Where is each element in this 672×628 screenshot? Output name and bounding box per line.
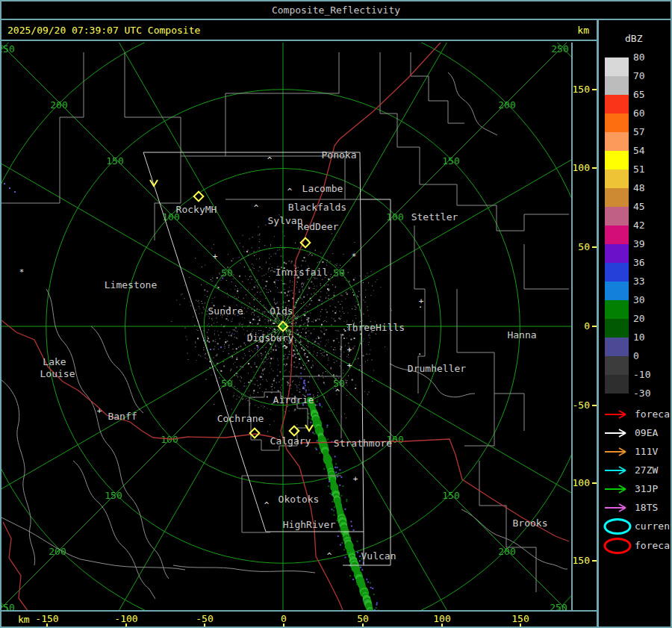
clutter-speck [268,320,269,321]
clutter-speck [290,388,291,389]
clutter-speck [233,364,234,364]
clutter-speck [254,314,255,315]
clutter-speck [312,364,313,365]
clutter-speck [272,327,273,328]
clutter-speck [256,366,258,367]
clutter-speck [208,341,210,343]
band-speck [317,440,318,441]
clutter-speck [311,300,312,301]
clutter-speck [273,321,274,322]
scale-tick-label: 57 [633,126,645,137]
small-map-marker: ^ [335,388,340,397]
clutter-speck [322,375,323,376]
clutter-speck [201,301,202,302]
clutter-speck [303,302,304,302]
clutter-speck [346,280,346,281]
clutter-speck [336,311,337,311]
clutter-speck [252,312,253,313]
clutter-speck [284,296,285,296]
band-speck [326,426,328,428]
clutter-speck [256,308,258,310]
city-label: Didsbury [247,332,294,343]
clutter-speck [356,301,357,302]
clutter-speck [197,338,199,339]
clutter-speck [296,282,297,282]
band-speck [337,520,338,521]
clutter-speck [307,362,308,363]
range-ring-label: 250 [1,43,15,55]
clutter-speck [302,364,303,364]
clutter-speck [308,306,308,307]
band-speck [339,469,340,470]
clutter-speck [256,259,257,260]
clutter-speck [233,258,234,259]
clutter-speck [287,358,288,358]
clutter-speck [281,389,281,390]
clutter-speck [258,235,258,236]
scale-tick-label: 45 [633,201,645,212]
clutter-speck [243,329,244,330]
clutter-speck [251,314,252,314]
clutter-speck [205,358,206,358]
city-label: RockyMH [176,204,217,215]
clutter-speck [260,388,261,388]
clutter-speck [261,352,262,354]
scale-tick-label: 48 [633,182,645,193]
clutter-speck [317,286,317,287]
clutter-speck [290,290,290,291]
clutter-speck [275,320,276,321]
clutter-speck [337,264,337,264]
clutter-speck [269,254,270,255]
band-speck [376,603,378,604]
clutter-speck [252,351,253,352]
clutter-speck [217,286,217,287]
clutter-speck [255,405,255,405]
scale-color-block [605,207,629,226]
clutter-speck [279,320,279,321]
clutter-speck [335,330,336,331]
band-speck [304,388,305,389]
clutter-speck [233,279,234,279]
clutter-speck [328,285,329,285]
clutter-speck [255,348,255,349]
clutter-speck [231,409,232,410]
clutter-speck [296,323,296,323]
clutter-speck [255,384,255,385]
clutter-speck [323,377,324,378]
clutter-speck [254,391,255,392]
clutter-speck [285,317,286,318]
scale-tick-label: 33 [633,276,645,287]
clutter-speck [335,314,335,314]
clutter-speck [308,387,308,388]
legend-arrow-label: 31JP [635,483,658,494]
city-label: Banff [108,411,137,422]
clutter-speck [352,379,353,381]
clutter-speck [370,338,370,338]
clutter-speck [321,324,323,326]
clutter-speck [262,316,263,317]
clutter-speck [340,319,340,320]
clutter-speck [369,392,370,393]
range-ring-label: 200 [49,546,66,557]
clutter-speck [228,353,229,354]
scale-color-block [605,338,629,356]
blue-speck [210,349,211,350]
clutter-speck [335,264,336,265]
clutter-speck [233,397,234,397]
band-speck [316,449,317,450]
clutter-speck [305,355,305,356]
clutter-speck [239,276,240,277]
radar-map-canvas[interactable]: 5010015020025050100150200250501001502002… [1,43,571,610]
clutter-speck [346,385,347,385]
clutter-speck [298,388,299,388]
clutter-speck [303,285,304,285]
clutter-speck [259,258,260,259]
clutter-speck [345,380,346,381]
clutter-speck [303,365,304,366]
clutter-speck [263,347,264,348]
clutter-speck [300,359,301,360]
radar-map-viewport[interactable]: 5010015020025050100150200250501001502002… [1,43,573,610]
clutter-speck [369,354,370,355]
clutter-speck [307,356,308,358]
clutter-speck [228,296,228,297]
